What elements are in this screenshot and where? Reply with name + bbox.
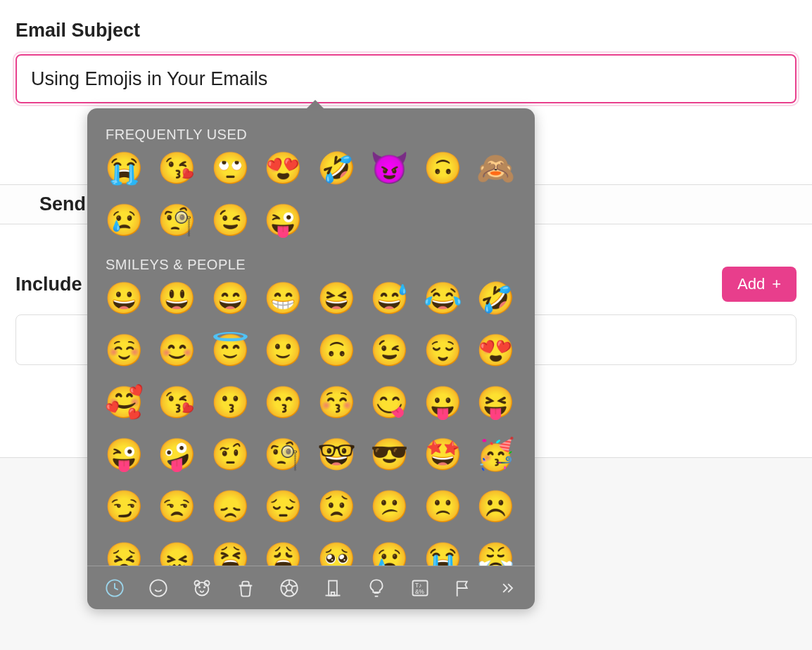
svg-point-8 (204, 587, 205, 587)
emoji-cell[interactable]: 😭 (106, 150, 142, 186)
emoji-cell[interactable]: 🙄 (212, 150, 248, 186)
tab-travel-places[interactable] (322, 578, 343, 599)
tab-objects[interactable] (366, 578, 387, 599)
add-button[interactable]: Add + (722, 267, 797, 302)
add-button-label: Add (737, 275, 765, 293)
flag-icon (454, 578, 474, 598)
cup-icon (236, 578, 255, 598)
smileys-people-grid: 😀😃😄😁😆😅😂🤣☺️😊😇🙂🙃😉😌😍🥰😘😗😙😚😋😛😝😜🤪🤨🧐🤓😎🤩🥳😏😒😞😔😟😕🙁… (106, 280, 516, 566)
emoji-cell[interactable]: 🤩 (424, 436, 461, 473)
tab-symbols[interactable]: T♪&% (410, 578, 431, 599)
emoji-cell[interactable]: 🥰 (106, 384, 142, 421)
emoji-cell[interactable]: 🥺 (318, 540, 355, 566)
emoji-cell[interactable]: 😩 (265, 540, 302, 566)
emoji-cell[interactable]: 😘 (159, 384, 196, 421)
symbols-icon: T♪&% (410, 578, 430, 598)
emoji-cell[interactable]: 🙃 (318, 332, 355, 369)
tab-frequently-used[interactable] (104, 578, 125, 599)
emoji-cell[interactable]: 🤣 (478, 280, 514, 317)
bear-icon (192, 578, 212, 598)
emoji-cell[interactable]: 😔 (265, 488, 302, 525)
emoji-cell[interactable]: 😞 (212, 488, 248, 525)
emoji-cell[interactable]: 😖 (159, 540, 196, 566)
emoji-cell[interactable]: 🤪 (159, 436, 196, 473)
emoji-cell[interactable]: 🤨 (212, 436, 248, 473)
include-label: Include (15, 274, 82, 295)
emoji-cell[interactable]: 🙃 (424, 150, 461, 186)
emoji-cell[interactable]: 😏 (106, 488, 142, 525)
emoji-cell[interactable]: 😍 (265, 150, 302, 186)
email-subject-label: Email Subject (15, 20, 812, 42)
tab-food-drink[interactable] (235, 578, 256, 599)
emoji-cell[interactable]: 😍 (478, 332, 514, 369)
svg-line-14 (291, 590, 294, 594)
emoji-cell[interactable]: 🙈 (478, 150, 514, 186)
svg-point-6 (196, 582, 209, 595)
emoji-cell[interactable]: 😌 (424, 332, 461, 369)
emoji-cell[interactable]: 😀 (106, 280, 142, 317)
svg-text:&%: &% (415, 589, 424, 595)
tab-activity[interactable] (279, 578, 300, 599)
tab-more[interactable] (497, 578, 518, 599)
emoji-cell[interactable]: 😛 (424, 384, 461, 421)
emoji-cell[interactable]: 😜 (106, 436, 142, 473)
emoji-cell[interactable]: 😄 (212, 280, 248, 317)
emoji-cell[interactable]: 😂 (424, 280, 461, 317)
emoji-cell[interactable]: 😎 (372, 436, 408, 473)
emoji-cell[interactable]: ☹️ (478, 488, 514, 525)
emoji-cell[interactable]: 😤 (478, 540, 514, 566)
emoji-category-tabs: T♪&% (87, 566, 535, 609)
emoji-cell[interactable]: 🙁 (424, 488, 461, 525)
emoji-cell[interactable]: 😊 (159, 332, 196, 369)
tab-flags[interactable] (453, 578, 474, 599)
emoji-cell[interactable]: 😢 (372, 540, 408, 566)
emoji-cell[interactable]: 🧐 (159, 202, 196, 238)
emoji-cell[interactable]: 😇 (212, 332, 248, 369)
svg-point-1 (150, 580, 166, 596)
emoji-cell[interactable]: 😣 (106, 540, 142, 566)
emoji-cell[interactable]: 😃 (159, 280, 196, 317)
emoji-cell[interactable]: 😙 (265, 384, 302, 421)
emoji-cell[interactable]: 😋 (372, 384, 408, 421)
tab-smileys-people[interactable] (148, 578, 169, 599)
emoji-cell[interactable]: 😉 (212, 202, 248, 238)
emoji-cell[interactable]: 😈 (372, 150, 408, 186)
building-icon (323, 578, 343, 598)
emoji-cell[interactable]: 😚 (318, 384, 355, 421)
emoji-cell[interactable]: 😆 (318, 280, 355, 317)
emoji-cell[interactable]: 😁 (265, 280, 302, 317)
emoji-cell[interactable]: 😜 (265, 202, 302, 238)
emoji-cell[interactable]: ☺️ (106, 332, 142, 369)
svg-line-13 (293, 585, 297, 586)
plus-icon: + (772, 276, 781, 292)
svg-rect-17 (329, 580, 337, 595)
emoji-cell[interactable]: 🤣 (318, 150, 355, 186)
emoji-cell[interactable]: 🙂 (265, 332, 302, 369)
emoji-picker-scroll[interactable]: FREQUENTLY USED 😭😘🙄😍🤣😈🙃🙈😢🧐😉😜 SMILEYS & P… (87, 108, 535, 566)
smile-icon (148, 578, 168, 598)
emoji-cell[interactable]: 😢 (106, 202, 142, 238)
emoji-cell[interactable]: 😟 (318, 488, 355, 525)
chevrons-right-icon (497, 578, 517, 598)
subject-input-wrapper (15, 54, 797, 103)
tab-animals-nature[interactable] (191, 578, 212, 599)
emoji-cell[interactable]: 😫 (212, 540, 248, 566)
svg-line-16 (282, 585, 286, 586)
emoji-cell[interactable]: 😕 (372, 488, 408, 525)
emoji-cell[interactable]: 😅 (372, 280, 408, 317)
emoji-cell[interactable]: 😝 (478, 384, 514, 421)
soccer-icon (279, 578, 299, 598)
svg-marker-11 (286, 584, 292, 590)
emoji-cell[interactable]: 😒 (159, 488, 196, 525)
emoji-cell[interactable]: 😭 (424, 540, 461, 566)
emoji-picker: FREQUENTLY USED 😭😘🙄😍🤣😈🙃🙈😢🧐😉😜 SMILEYS & P… (87, 108, 535, 609)
emoji-cell[interactable]: 😘 (159, 150, 196, 186)
emoji-cell[interactable]: 🥳 (478, 436, 514, 473)
emoji-cell[interactable]: 🤓 (318, 436, 355, 473)
svg-line-15 (284, 590, 287, 594)
emoji-cell[interactable]: 🧐 (265, 436, 302, 473)
svg-rect-25 (331, 592, 335, 595)
emoji-cell[interactable]: 😗 (212, 384, 248, 421)
emoji-cell[interactable]: 😉 (372, 332, 408, 369)
subject-input[interactable] (15, 54, 797, 103)
